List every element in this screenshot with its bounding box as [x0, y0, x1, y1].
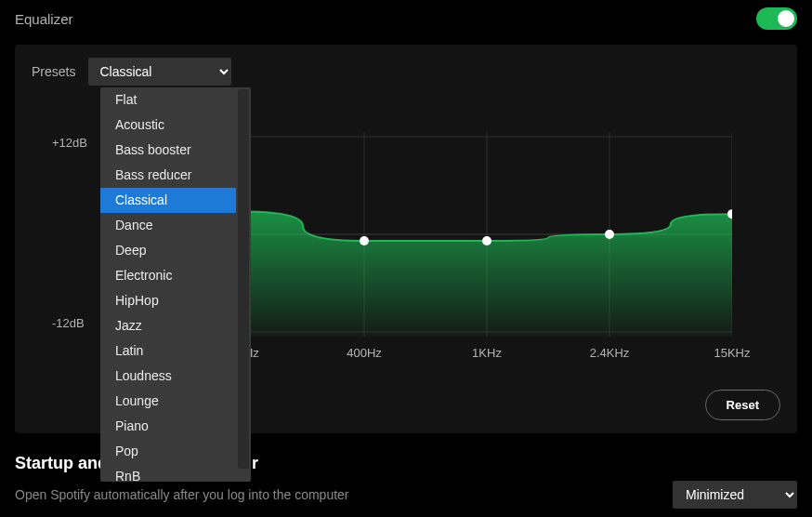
preset-option[interactable]: HipHop	[100, 288, 236, 313]
ylabel-bot: -12dB	[52, 316, 85, 330]
equalizer-title: Equalizer	[15, 11, 73, 27]
equalizer-panel: Presets Classical +12dB -12dB	[15, 45, 797, 433]
preset-option[interactable]: Latin	[100, 338, 236, 364]
presets-select[interactable]: Classical	[88, 58, 231, 86]
eq-handle[interactable]	[605, 230, 614, 239]
preset-option[interactable]: Classical	[100, 188, 236, 213]
preset-option[interactable]: Lounge	[100, 389, 236, 414]
x-tick-label: 400Hz	[347, 346, 382, 360]
preset-option[interactable]: RnB	[100, 464, 236, 482]
preset-option[interactable]: Jazz	[100, 313, 236, 338]
preset-option[interactable]: Pop	[100, 439, 236, 464]
x-tick-label: 2.4KHz	[590, 346, 630, 360]
preset-option[interactable]: Dance	[100, 213, 236, 238]
toggle-knob	[778, 10, 794, 27]
preset-option[interactable]: Acoustic	[100, 113, 236, 138]
preset-option[interactable]: Piano	[100, 414, 236, 439]
preset-option[interactable]: Bass booster	[100, 138, 236, 163]
preset-option[interactable]: Flat	[100, 87, 236, 113]
dropdown-scrollbar[interactable]	[238, 89, 249, 469]
x-tick-label: 15KHz	[714, 346, 750, 360]
preset-option[interactable]: Bass reducer	[100, 163, 236, 188]
startup-row-label: Open Spotify automatically after you log…	[15, 487, 349, 502]
preset-option[interactable]: Loudness	[100, 364, 236, 389]
preset-option[interactable]: Deep	[100, 238, 236, 263]
x-tick-label: 1KHz	[472, 346, 502, 360]
preset-option[interactable]: Electronic	[100, 263, 236, 288]
equalizer-toggle[interactable]	[756, 7, 797, 30]
presets-label: Presets	[32, 64, 75, 79]
startup-select[interactable]: Minimized	[673, 481, 797, 509]
reset-button[interactable]: Reset	[705, 390, 780, 420]
ylabel-top: +12dB	[52, 136, 87, 150]
eq-handle[interactable]	[482, 236, 491, 245]
presets-dropdown[interactable]: FlatAcousticBass boosterBass reducerClas…	[100, 87, 251, 482]
presets-dropdown-list: FlatAcousticBass boosterBass reducerClas…	[100, 87, 236, 482]
eq-handle[interactable]	[360, 236, 369, 245]
